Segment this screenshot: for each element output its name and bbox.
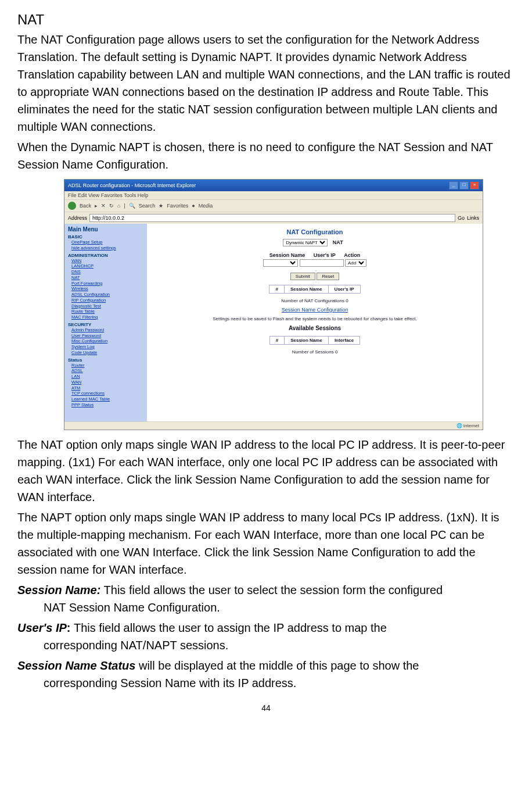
definition-session-name: Session Name: This field allows the user… [17,581,515,616]
window-controls: _ □ × [449,181,479,189]
sidebar-item[interactable]: NAT [68,275,143,281]
action-select[interactable]: Add [345,259,366,267]
sidebar-item[interactable]: ADSL Configuration [68,292,143,298]
maximize-icon[interactable]: □ [459,181,469,189]
status-text: Internet [463,423,479,428]
browser-toolbar: Back ▸ ✕ ↻ ⌂ | 🔍 Search ★ Favorites ● Me… [64,199,483,212]
session-name-select[interactable] [263,259,298,267]
napt-option-paragraph: The NAPT option only maps single WAN IP … [17,509,515,578]
back-icon[interactable] [68,202,76,210]
users-ip-input[interactable] [300,259,344,267]
term-users-ip: User's IP [17,621,67,634]
forward-icon[interactable]: ▸ [95,203,98,209]
sidebar-item[interactable]: PPP Status [68,402,143,408]
home-icon[interactable]: ⌂ [117,203,120,209]
users-ip-label: User's IP [314,252,336,258]
sidebar-item[interactable]: User Password [68,333,143,339]
nat-label: NAT [333,239,343,245]
sidebar-menu: Main Menu BASIC OnePage Setup hide advan… [64,224,147,421]
links-label[interactable]: Links [467,215,479,221]
sidebar-item[interactable]: WAN [68,258,143,264]
section-heading: NAT [17,12,515,28]
available-sessions-table: # Session Name Interface [269,336,361,345]
browser-screenshot: ADSL Router configuration - Microsoft In… [64,179,483,430]
sidebar-item[interactable]: ADSL [68,368,143,374]
term-session-status: Session Name Status [17,659,135,672]
address-input[interactable]: http://10.0.0.2 [89,214,455,222]
media-icon[interactable]: ● [192,203,195,209]
nat-config-table: # Session Name User's IP [269,285,360,294]
sidebar-section-basic: BASIC [68,234,143,239]
sidebar-title: Main Menu [68,226,143,233]
available-sessions-heading: Available Sessions [152,325,478,331]
table-header-hash: # [269,337,284,345]
sidebar-item[interactable]: hide advanced settings [68,245,143,251]
window-titlebar: ADSL Router configuration - Microsoft In… [64,180,483,191]
go-button[interactable]: Go [458,215,465,221]
favorites-icon[interactable]: ★ [159,203,163,209]
close-icon[interactable]: × [470,181,479,189]
sidebar-item[interactable]: Diagnostic Test [68,303,143,309]
back-label: Back [80,203,91,209]
reset-button[interactable]: Reset [317,273,339,280]
sidebar-item[interactable]: System Log [68,344,143,350]
browser-statusbar: 🌐 Internet [64,421,483,430]
sidebar-item[interactable]: WAN [68,380,143,385]
sidebar-item[interactable]: Wireless [68,286,143,292]
minimize-icon[interactable]: _ [449,181,458,189]
internet-icon: 🌐 [456,423,463,428]
address-label: Address [68,215,87,221]
content-area: NAT Configuration Dynamic NAPT NAT Sessi… [147,224,483,421]
sidebar-section-status: Status [68,357,143,363]
intro-paragraph-1: The NAT Configuration page allows users … [17,31,515,135]
config-count: Number of NAT Configurations 0 [152,298,478,303]
table-header-interface: Interface [328,337,360,345]
sidebar-item[interactable]: Code Update [68,350,143,356]
sidebar-item[interactable]: ATM [68,385,143,391]
table-header-session: Session Name [284,285,328,294]
sidebar-item[interactable]: Route Table [68,309,143,314]
window-title: ADSL Router configuration - Microsoft In… [68,183,196,188]
sidebar-item[interactable]: RIP Configuration [68,298,143,303]
submit-button[interactable]: Submit [290,273,315,280]
search-label: Search [139,203,156,209]
session-config-link[interactable]: Session Name Configuration [152,307,478,313]
sidebar-item[interactable]: Admin Password [68,327,143,333]
sidebar-item[interactable]: Port Forwarding [68,281,143,287]
table-header-session: Session Name [285,337,329,345]
search-icon[interactable]: 🔍 [129,203,135,209]
sidebar-item[interactable]: DNS [68,269,143,275]
intro-paragraph-2: When the Dynamic NAPT is chosen, there i… [17,138,515,173]
refresh-icon[interactable]: ↻ [109,203,114,209]
term-session-name: Session Name: [17,584,100,596]
sidebar-section-security: SECURITY [68,322,143,327]
save-note: Settings need to be saved to Flash and t… [152,316,478,321]
sidebar-item[interactable]: TCP connections [68,391,143,396]
table-header-hash: # [269,285,284,294]
browser-menubar[interactable]: File Edit View Favorites Tools Help [64,191,483,199]
definition-users-ip: User's IP: This field allows the user to… [17,619,515,654]
definition-continuation: NAT Session Name Configuration. [17,599,515,616]
action-label: Action [344,252,360,258]
sidebar-section-admin: ADMINISTRATION [68,253,143,258]
definition-continuation: corresponding NAT/NAPT sessions. [17,636,515,654]
stop-icon[interactable]: ✕ [101,203,106,209]
session-name-label: Session Name [269,252,305,258]
sidebar-item[interactable]: Router [68,363,143,369]
page-number: 44 [17,703,515,713]
favorites-label: Favorites [167,203,188,209]
sidebar-item[interactable]: MAC Filtering [68,314,143,320]
nat-option-paragraph: The NAT option only maps single WAN IP a… [17,436,515,506]
sidebar-item[interactable]: Learned MAC Table [68,396,143,402]
sidebar-item[interactable]: OnePage Setup [68,239,143,245]
sidebar-item[interactable]: LAN [68,374,143,380]
definition-session-status: Session Name Status will be displayed at… [17,657,515,692]
session-count: Number of Sessions 0 [152,349,478,355]
sidebar-item[interactable]: LAN/DHCP [68,263,143,269]
media-label: Media [199,203,213,209]
table-header-ip: User's IP [328,285,360,294]
address-bar: Address http://10.0.0.2 Go Links [64,212,483,224]
nat-mode-select[interactable]: Dynamic NAPT [283,239,328,246]
content-title: NAT Configuration [152,228,478,235]
sidebar-item[interactable]: Misc Configuration [68,338,143,344]
